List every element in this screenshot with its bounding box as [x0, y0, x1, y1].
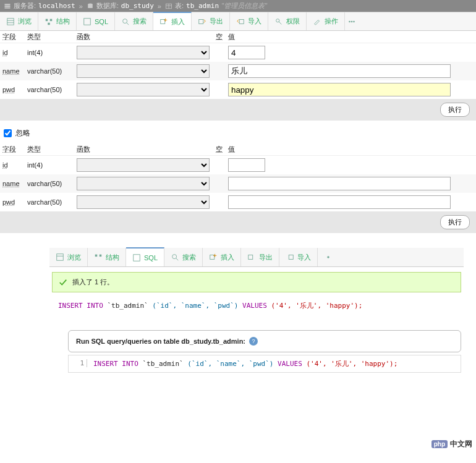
- value-input[interactable]: [228, 177, 451, 190]
- svg-rect-4: [88, 4, 93, 8]
- success-message: 插入了 1 行。: [52, 272, 461, 292]
- sql-editor[interactable]: 1 INSERT INTO `tb_admin` (`id`, `name`, …: [68, 355, 461, 373]
- svg-rect-11: [46, 19, 48, 21]
- browse-icon: [56, 253, 64, 261]
- operations-icon: [313, 17, 321, 26]
- tab-browse[interactable]: 浏览: [49, 248, 88, 266]
- column-headers: 字段 类型 函数 空 值: [0, 31, 476, 43]
- svg-rect-27: [57, 254, 64, 261]
- insert-icon: [209, 253, 218, 261]
- db-label: 数据库:: [96, 1, 119, 11]
- svg-point-25: [351, 20, 353, 22]
- table-row: pwd varchar(50): [0, 193, 476, 211]
- svg-rect-31: [134, 254, 140, 261]
- tab-insert[interactable]: 插入: [153, 12, 192, 30]
- tab-operations[interactable]: 操作: [307, 12, 345, 30]
- insert-form-1: 字段 类型 函数 空 值 id int(4) name varchar(50) …: [0, 31, 476, 123]
- hdr-field: 字段: [2, 145, 16, 153]
- value-input[interactable]: [228, 83, 451, 96]
- sql-keyword: VALUES: [278, 360, 302, 368]
- sql-icon: [132, 253, 141, 262]
- sql-table: `tb_admin`: [142, 360, 183, 368]
- import-icon: [236, 17, 245, 26]
- tab-import[interactable]: 导入: [230, 12, 268, 30]
- table-row: name varchar(50): [0, 62, 476, 80]
- svg-line-33: [176, 258, 179, 261]
- line-number: 1: [69, 359, 87, 367]
- structure-icon: [94, 253, 103, 261]
- hdr-field: 字段: [2, 33, 16, 40]
- tab-export[interactable]: 导出: [192, 12, 230, 30]
- tab-sql[interactable]: SQL: [126, 247, 164, 266]
- ignore-row: 忽略: [0, 123, 476, 143]
- field-type: varchar(50): [27, 180, 62, 187]
- field-type: varchar(50): [27, 86, 62, 93]
- svg-rect-38: [289, 255, 293, 260]
- tab-browse[interactable]: 浏览: [0, 12, 38, 30]
- tab-search[interactable]: 搜索: [164, 248, 203, 266]
- browse-icon: [6, 17, 15, 26]
- export-icon: [198, 17, 206, 26]
- server-label: 服务器:: [14, 1, 36, 11]
- function-select[interactable]: [77, 64, 210, 78]
- svg-rect-30: [100, 255, 102, 257]
- db-value: db_study: [121, 2, 154, 10]
- function-select[interactable]: [77, 83, 210, 96]
- tab-import[interactable]: 导入: [279, 248, 318, 266]
- hdr-value: 值: [228, 145, 235, 153]
- tab-more[interactable]: [318, 248, 339, 266]
- svg-point-32: [172, 255, 177, 259]
- sql-statement: INSERT INTO `tb_admin` (`id`, `name`, `p…: [49, 297, 464, 314]
- tab-more[interactable]: [345, 12, 359, 30]
- run-query-box: Run SQL query/queries on table db_study.…: [68, 330, 461, 352]
- sql-keyword: INSERT INTO: [93, 360, 138, 368]
- separator: »: [158, 2, 161, 10]
- tab-structure[interactable]: 结构: [38, 12, 77, 30]
- hdr-function: 函数: [77, 145, 90, 153]
- function-select[interactable]: [77, 177, 210, 190]
- tab-export[interactable]: 导出: [241, 248, 279, 266]
- table-value: tb_admin: [186, 2, 219, 10]
- svg-point-26: [353, 20, 355, 22]
- result-panel: 浏览 结构 SQL 搜索 插入 导出 导入 插入了 1 行。 INSERT IN…: [49, 248, 464, 373]
- table-row: name varchar(50): [0, 174, 476, 193]
- ignore-label: 忽略: [15, 128, 30, 138]
- sql-keyword: VALUES: [242, 302, 267, 310]
- svg-rect-21: [239, 19, 244, 23]
- svg-rect-37: [249, 255, 253, 260]
- column-headers: 字段 类型 函数 空 值: [0, 143, 476, 156]
- insert-form-2: 字段 类型 函数 空 值 id int(4) name varchar(50) …: [0, 143, 476, 236]
- field-name: id: [2, 161, 8, 169]
- function-select[interactable]: [77, 46, 210, 59]
- execute-button[interactable]: 执行: [440, 103, 470, 117]
- separator: »: [79, 2, 83, 10]
- ignore-checkbox[interactable]: [4, 129, 12, 137]
- function-select[interactable]: [77, 195, 210, 209]
- value-input[interactable]: [228, 46, 265, 59]
- execute-button[interactable]: 执行: [440, 215, 470, 229]
- success-text: 插入了 1 行。: [72, 278, 114, 287]
- hdr-null: 空: [216, 145, 223, 153]
- tab-insert[interactable]: 插入: [203, 248, 241, 266]
- main-tabs: 浏览 结构 SQL 搜索 插入 导出 导入 权限 操作: [0, 12, 476, 31]
- tab-sql[interactable]: SQL: [77, 12, 115, 30]
- function-select[interactable]: [77, 158, 210, 172]
- value-input[interactable]: [228, 158, 265, 172]
- server-icon: [4, 2, 11, 10]
- svg-rect-2: [5, 7, 11, 9]
- check-icon: [59, 278, 67, 287]
- sql-values: ('4', '乐儿', 'happy');: [271, 302, 362, 310]
- help-icon[interactable]: ?: [249, 337, 258, 346]
- tab-search[interactable]: 搜索: [115, 12, 153, 30]
- tab-privileges[interactable]: 权限: [268, 12, 307, 30]
- value-input[interactable]: [228, 195, 451, 209]
- value-input[interactable]: [228, 64, 451, 78]
- svg-rect-20: [199, 19, 203, 23]
- table-icon: [165, 2, 172, 10]
- export-icon: [247, 253, 256, 261]
- tab-structure[interactable]: 结构: [88, 248, 126, 266]
- svg-rect-1: [5, 6, 11, 7]
- svg-rect-0: [5, 4, 11, 5]
- table-comment: "管理员信息表": [221, 1, 267, 11]
- server-value: localhost: [38, 2, 75, 10]
